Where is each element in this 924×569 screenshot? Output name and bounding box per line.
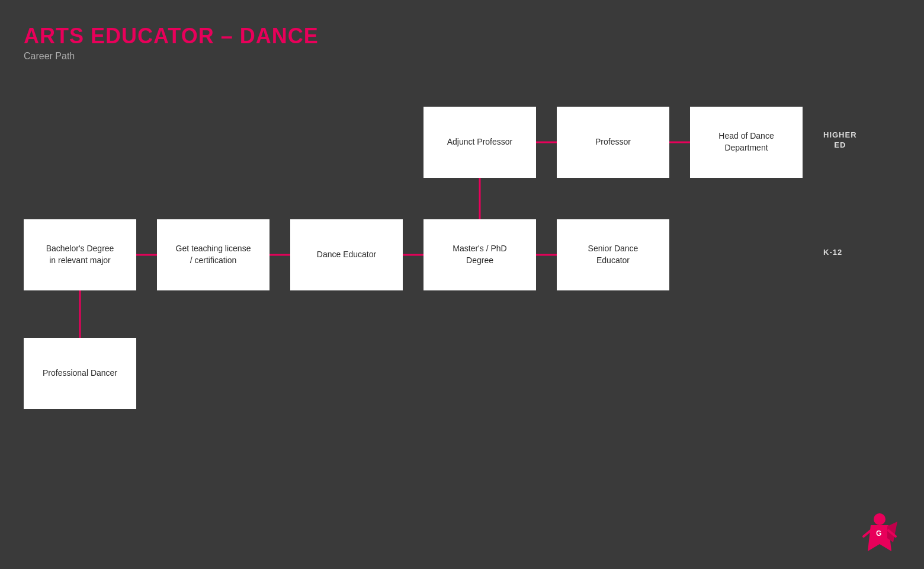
card-professor-label: Professor	[595, 136, 631, 148]
card-bachelor: Bachelor's Degreein relevant major	[24, 219, 136, 290]
card-senior-dance-educator-label: Senior DanceEducator	[588, 243, 639, 266]
label-higher-ed: HIGHERED	[823, 130, 857, 151]
career-diagram: Bachelor's Degreein relevant major Profe…	[0, 83, 924, 545]
card-masters-phd-label: Master's / PhDDegree	[453, 243, 506, 266]
card-head-of-dance-label: Head of DanceDepartment	[718, 130, 774, 154]
card-professional-dancer-label: Professional Dancer	[43, 367, 117, 379]
card-adjunct-professor: Adjunct Professor	[424, 107, 536, 178]
hero-logo: G	[859, 510, 900, 551]
card-professor: Professor	[557, 107, 669, 178]
card-head-of-dance: Head of DanceDepartment	[690, 107, 803, 178]
header: ARTS EDUCATOR – DANCE Career Path	[24, 24, 319, 62]
card-dance-educator-label: Dance Educator	[317, 249, 376, 261]
card-adjunct-professor-label: Adjunct Professor	[447, 136, 513, 148]
card-professional-dancer: Professional Dancer	[24, 338, 136, 409]
svg-text:G: G	[876, 529, 881, 538]
card-dance-educator: Dance Educator	[290, 219, 403, 290]
page-title: ARTS EDUCATOR – DANCE	[24, 24, 319, 49]
label-k12: K-12	[823, 248, 842, 257]
card-senior-dance-educator: Senior DanceEducator	[557, 219, 669, 290]
card-masters-phd: Master's / PhDDegree	[424, 219, 536, 290]
svg-point-8	[874, 513, 886, 525]
hero-svg: G	[859, 510, 900, 557]
card-teaching-license: Get teaching license/ certification	[157, 219, 270, 290]
page-subtitle: Career Path	[24, 51, 319, 62]
card-teaching-license-label: Get teaching license/ certification	[176, 243, 251, 266]
card-bachelor-label: Bachelor's Degreein relevant major	[46, 243, 114, 266]
